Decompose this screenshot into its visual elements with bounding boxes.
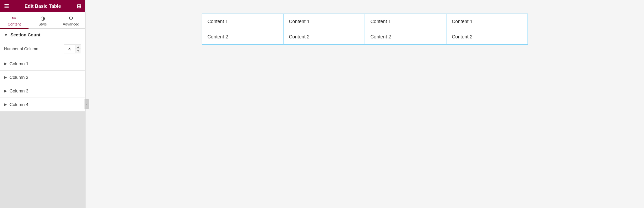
number-of-column-row: Number of Column ▲ ▼ <box>0 41 85 57</box>
tab-advanced-label: Advanced <box>63 22 79 26</box>
column-3-item[interactable]: ▶ Column 3 <box>0 84 85 98</box>
sidebar-bottom <box>0 111 85 208</box>
column-2-arrow-icon: ▶ <box>4 75 7 80</box>
tabs: ✏ Content ◑ Style ⚙ Advanced <box>0 12 85 29</box>
collapse-sidebar-button[interactable]: ‹ <box>85 99 89 109</box>
tab-style[interactable]: ◑ Style <box>29 12 57 29</box>
tab-advanced[interactable]: ⚙ Advanced <box>57 12 85 29</box>
grid-icon[interactable]: ⊞ <box>77 3 81 10</box>
advanced-icon: ⚙ <box>69 15 73 21</box>
content-icon: ✏ <box>12 15 16 21</box>
section-arrow-icon: ▼ <box>4 33 8 37</box>
column-1-label: Column 1 <box>10 61 29 66</box>
column-4-arrow-icon: ▶ <box>4 102 7 107</box>
column-1-arrow-icon: ▶ <box>4 62 7 66</box>
table-cell-r1-c0: Content 2 <box>202 29 283 45</box>
table-body: Content 1Content 1Content 1Content 1Cont… <box>202 14 528 45</box>
sidebar: ☰ Edit Basic Table ⊞ ✏ Content ◑ Style ⚙… <box>0 0 86 208</box>
menu-icon[interactable]: ☰ <box>4 3 9 10</box>
column-1-item[interactable]: ▶ Column 1 <box>0 57 85 71</box>
section-count-label: Section Count <box>11 32 40 37</box>
sidebar-header: ☰ Edit Basic Table ⊞ <box>0 0 85 12</box>
table-row: Content 1Content 1Content 1Content 1 <box>202 14 528 29</box>
main-content: Content 1Content 1Content 1Content 1Cont… <box>86 0 644 208</box>
column-2-label: Column 2 <box>10 75 29 80</box>
column-4-label: Column 4 <box>10 102 29 107</box>
table-cell-r1-c3: Content 2 <box>446 29 528 45</box>
column-count-input-wrapper: ▲ ▼ <box>64 45 81 53</box>
section-count-header[interactable]: ▼ Section Count <box>0 29 85 41</box>
table-cell-r1-c1: Content 2 <box>283 29 365 45</box>
table-cell-r1-c2: Content 2 <box>365 29 446 45</box>
column-3-label: Column 3 <box>10 88 29 93</box>
column-count-input[interactable] <box>64 46 75 52</box>
spin-down-button[interactable]: ▼ <box>75 49 81 53</box>
table-cell-r0-c0: Content 1 <box>202 14 283 29</box>
spin-up-button[interactable]: ▲ <box>75 45 81 49</box>
table-row: Content 2Content 2Content 2Content 2 <box>202 29 528 45</box>
style-icon: ◑ <box>40 15 45 21</box>
tab-content-label: Content <box>8 22 21 26</box>
table-cell-r0-c2: Content 1 <box>365 14 446 29</box>
tab-content[interactable]: ✏ Content <box>0 12 29 29</box>
basic-table: Content 1Content 1Content 1Content 1Cont… <box>202 14 528 45</box>
spin-buttons: ▲ ▼ <box>75 45 81 53</box>
column-4-item[interactable]: ▶ Column 4 <box>0 98 85 111</box>
sidebar-title: Edit Basic Table <box>24 3 61 9</box>
table-cell-r0-c3: Content 1 <box>446 14 528 29</box>
number-of-column-label: Number of Column <box>4 47 38 51</box>
column-3-arrow-icon: ▶ <box>4 89 7 93</box>
column-2-item[interactable]: ▶ Column 2 <box>0 71 85 84</box>
tab-style-label: Style <box>38 22 47 26</box>
table-cell-r0-c1: Content 1 <box>283 14 365 29</box>
